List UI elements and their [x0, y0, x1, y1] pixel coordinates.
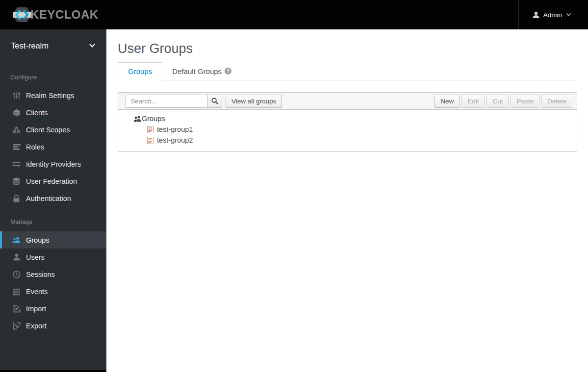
sidebar-item-label: Export [26, 322, 47, 330]
sidebar-item-label: Groups [26, 236, 50, 244]
sidebar-item-label: Import [26, 305, 46, 313]
delete-button[interactable]: Delete [541, 95, 572, 108]
keycloak-logo[interactable]: KEYCLOAK [0, 5, 99, 24]
users-icon [134, 116, 141, 122]
paste-button[interactable]: Paste [511, 95, 539, 108]
sidebar-item-users[interactable]: Users [0, 248, 106, 266]
user-menu-label: Admin [543, 11, 562, 19]
realm-selector[interactable]: Test-realm [0, 29, 106, 62]
section-label-manage: Manage [10, 219, 106, 225]
sidebar-item-identity-providers[interactable]: Identity Providers [0, 155, 106, 173]
sidebar-item-label: Events [26, 288, 48, 296]
sidebar-item-authentication[interactable]: Authentication [0, 190, 106, 207]
cut-button[interactable]: Cut [486, 95, 509, 108]
user-menu[interactable]: Admin [518, 0, 588, 29]
calendar-icon [12, 288, 21, 296]
help-icon[interactable]: ? [225, 68, 231, 74]
chevron-down-icon [89, 43, 96, 48]
sidebar: Test-realm Configure Realm Settings Clie… [0, 29, 106, 370]
export-icon [12, 322, 21, 330]
sliders-icon [12, 92, 21, 99]
sidebar-item-user-federation[interactable]: User Federation [0, 173, 106, 190]
page-title: User Groups [118, 41, 577, 56]
chevron-down-icon [566, 13, 571, 17]
tab-groups[interactable]: Groups [118, 62, 162, 80]
realm-name: Test-realm [11, 41, 49, 50]
keycloak-hexagon-icon [12, 5, 32, 24]
cubes-icon [12, 126, 21, 134]
top-header: KEYCLOAK Admin [0, 0, 588, 29]
sidebar-item-roles[interactable]: Roles [0, 138, 106, 155]
import-icon [12, 305, 21, 313]
search-icon [211, 98, 218, 104]
search-button[interactable] [207, 95, 222, 108]
groups-tree: Groups test-group1 [118, 110, 577, 151]
sidebar-item-label: Clients [26, 109, 48, 117]
sidebar-item-clients[interactable]: Clients [0, 104, 106, 121]
sidebar-item-label: Sessions [26, 271, 55, 278]
sidebar-item-label: Realm Settings [26, 92, 74, 99]
sidebar-item-client-scopes[interactable]: Client Scopes [0, 121, 106, 138]
users-icon [12, 237, 21, 244]
user-icon [12, 253, 21, 261]
sidebar-item-label: Identity Providers [26, 160, 81, 168]
tree-node-label: test-group1 [157, 125, 193, 133]
sidebar-item-sessions[interactable]: Sessions [0, 266, 106, 283]
tab-default-groups[interactable]: Default Groups ? [162, 62, 241, 80]
cube-icon [12, 109, 21, 117]
clock-icon [12, 271, 21, 278]
view-all-groups-button[interactable]: View all groups [226, 95, 282, 108]
tree-node-root[interactable]: Groups [134, 113, 577, 124]
sidebar-item-label: Users [26, 253, 45, 261]
section-label-configure: Configure [10, 74, 106, 81]
tree-node-child[interactable]: test-group1 [134, 124, 577, 135]
sidebar-item-import[interactable]: Import [0, 300, 106, 317]
person-icon [533, 11, 539, 19]
group-action-buttons: New Edit Cut Paste Delete [435, 95, 572, 108]
sidebar-item-events[interactable]: Events [0, 283, 106, 300]
tab-label: Default Groups [172, 67, 222, 75]
tree-node-label: test-group2 [157, 136, 193, 144]
tab-label: Groups [128, 67, 152, 75]
lock-icon [12, 195, 21, 202]
tree-node-label: Groups [142, 115, 165, 123]
tree-node-child[interactable]: test-group2 [134, 135, 577, 146]
groups-toolbar: View all groups New Edit Cut Paste Delet… [118, 93, 577, 110]
logo-text: KEYCLOAK [30, 8, 99, 22]
edit-button[interactable]: Edit [461, 95, 485, 108]
document-icon [147, 137, 153, 144]
exchange-icon [12, 161, 21, 168]
sidebar-item-groups[interactable]: Groups [0, 231, 106, 248]
search-input[interactable] [126, 95, 208, 108]
new-button[interactable]: New [435, 95, 460, 108]
document-icon [147, 126, 153, 133]
sidebar-item-export[interactable]: Export [0, 317, 106, 334]
sidebar-item-realm-settings[interactable]: Realm Settings [0, 87, 106, 104]
sidebar-item-label: Authentication [26, 195, 71, 202]
groups-panel: View all groups New Edit Cut Paste Delet… [118, 92, 577, 152]
list-icon [12, 144, 21, 150]
sidebar-item-label: User Federation [26, 177, 77, 185]
main-content: User Groups Groups Default Groups ? View… [106, 29, 588, 372]
sidebar-item-label: Client Scopes [26, 126, 70, 134]
sidebar-item-label: Roles [26, 143, 44, 151]
tab-bar: Groups Default Groups ? [118, 62, 577, 80]
database-icon [12, 177, 21, 185]
